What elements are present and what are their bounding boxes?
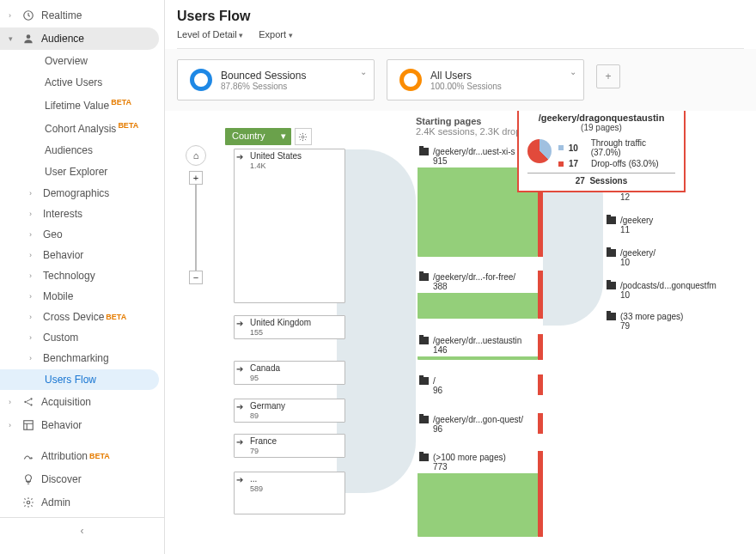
lightbulb-icon xyxy=(22,473,34,485)
page-node[interactable]: (>100 more pages)773 xyxy=(418,451,538,473)
nav-admin[interactable]: Admin xyxy=(0,491,159,514)
all-users-card[interactable]: ⌄ All Users 100.00% Sessions xyxy=(387,59,584,100)
drop-bar xyxy=(538,413,543,434)
user-icon xyxy=(22,33,34,45)
arrow-icon: ➔ xyxy=(236,437,243,447)
dimension-dropdown[interactable]: Country xyxy=(225,128,291,145)
add-segment-button[interactable]: + xyxy=(596,64,620,88)
dimension-selector: Country xyxy=(225,128,312,145)
nav-label: Audience xyxy=(41,33,84,45)
svg-point-3 xyxy=(30,398,32,399)
gear-button[interactable] xyxy=(295,128,312,145)
sub-cross-device[interactable]: ›Cross Device BETA xyxy=(0,307,164,327)
chevron-right-icon: › xyxy=(29,189,38,198)
chevron-right-icon: › xyxy=(29,230,38,239)
nav-label: Discover xyxy=(41,473,82,485)
flow-canvas[interactable]: Starting pages 2.4K sessions, 2.3K drop-… xyxy=(165,111,756,554)
chevron-right-icon: › xyxy=(29,333,38,342)
page-node[interactable]: /geekery11 xyxy=(605,214,716,236)
sub-geo[interactable]: ›Geo xyxy=(0,224,164,245)
page-icon xyxy=(419,273,429,281)
card-title: All Users xyxy=(430,70,502,82)
svg-point-2 xyxy=(24,401,26,403)
svg-point-1 xyxy=(27,34,31,39)
nav-discover[interactable]: Discover xyxy=(0,468,159,490)
page-node[interactable]: (33 more pages)79 xyxy=(605,310,716,332)
zoom-track[interactable] xyxy=(195,185,197,271)
sub-users-flow[interactable]: Users Flow xyxy=(0,369,159,390)
sub-user-explorer[interactable]: User Explorer xyxy=(0,161,159,182)
sub-cohort-analysis[interactable]: Cohort AnalysisBETA xyxy=(0,117,159,139)
export-dropdown[interactable]: Export xyxy=(259,29,292,40)
arrow-icon: ➔ xyxy=(236,402,243,411)
sub-demographics[interactable]: ›Demographics xyxy=(0,183,164,204)
nav-audience[interactable]: ▾ Audience xyxy=(0,27,159,50)
nav-behavior[interactable]: › Behavior xyxy=(0,414,159,436)
page-title: Users Flow xyxy=(177,9,744,24)
arrow-icon: ➔ xyxy=(236,152,243,161)
chevron-right-icon: › xyxy=(9,421,17,429)
attribution-icon xyxy=(22,450,34,462)
chevron-down-icon[interactable]: ⌄ xyxy=(360,67,367,76)
zoom-out-button[interactable]: − xyxy=(189,271,203,284)
country-node[interactable]: ➔ United Kingdom 155 xyxy=(234,315,345,339)
legend-dot xyxy=(558,161,564,167)
chevron-right-icon: › xyxy=(29,271,38,280)
header: Users Flow Level of Detail Export xyxy=(165,0,756,49)
page-node[interactable]: /geekery/10 xyxy=(605,247,716,269)
home-button[interactable]: ⌂ xyxy=(186,145,206,166)
card-title: Bounced Sessions xyxy=(221,70,306,82)
nav-acquisition[interactable]: › Acquisition xyxy=(0,391,159,413)
arrow-icon: ➔ xyxy=(236,319,243,328)
page-node[interactable]: /geekery/dr...gon-quest/96 xyxy=(418,413,538,435)
bounced-sessions-card[interactable]: ⌄ Bounced Sessions 87.86% Sessions xyxy=(177,59,375,100)
tooltip-subtitle: (19 pages) xyxy=(527,123,675,132)
main: Users Flow Level of Detail Export ⌄ Boun… xyxy=(165,0,756,554)
sub-custom[interactable]: ›Custom xyxy=(0,327,164,348)
sub-behavior[interactable]: ›Behavior xyxy=(0,245,164,265)
nav-attribution[interactable]: Attribution BETA xyxy=(0,445,159,467)
chevron-down-icon[interactable]: ⌄ xyxy=(570,67,576,76)
country-node[interactable]: ➔ Canada 95 xyxy=(234,361,345,385)
country-node[interactable]: ➔ France 79 xyxy=(234,434,345,458)
page-icon xyxy=(607,216,616,224)
level-of-detail-dropdown[interactable]: Level of Detail xyxy=(177,29,243,40)
page-node[interactable]: /geekery/dr...uestaustin146 xyxy=(418,334,538,356)
clock-icon xyxy=(22,9,34,21)
collapse-sidebar[interactable]: ‹ xyxy=(0,517,164,544)
country-node[interactable]: ➔ ... 589 xyxy=(234,472,345,514)
sub-benchmarking[interactable]: ›Benchmarking xyxy=(0,348,164,368)
page-node[interactable]: /podcasts/d...gonquestfm10 xyxy=(605,279,716,301)
country-node[interactable]: ➔ United States 1.4K xyxy=(234,149,345,303)
drop-bar xyxy=(538,374,543,395)
page-icon xyxy=(419,337,429,344)
sub-interests[interactable]: ›Interests xyxy=(0,204,164,224)
chevron-right-icon: › xyxy=(29,313,38,321)
sub-audiences[interactable]: Audiences xyxy=(0,140,159,161)
audience-subnav: Overview Active Users Lifetime ValueBETA… xyxy=(0,51,164,390)
sub-active-users[interactable]: Active Users xyxy=(0,72,159,93)
nav-realtime[interactable]: › Realtime xyxy=(0,4,159,27)
page-icon xyxy=(419,148,429,155)
sub-lifetime-value[interactable]: Lifetime ValueBETA xyxy=(0,94,159,116)
donut-icon xyxy=(399,69,422,91)
arrow-icon: ➔ xyxy=(236,364,243,374)
sub-mobile[interactable]: ›Mobile xyxy=(0,286,164,307)
segment-cards: ⌄ Bounced Sessions 87.86% Sessions ⌄ All… xyxy=(165,49,756,111)
sub-technology[interactable]: ›Technology xyxy=(0,265,164,286)
tooltip-title: /geekery/dragonquestaustin xyxy=(527,113,675,123)
flow-link xyxy=(337,149,416,493)
country-node[interactable]: ➔ Germany 89 xyxy=(234,399,345,423)
chevron-right-icon: › xyxy=(29,354,38,362)
page-node[interactable]: /geekery/dr...-for-free/388 xyxy=(418,271,538,293)
page-node[interactable]: /96 xyxy=(418,374,538,397)
svg-point-7 xyxy=(27,501,30,504)
page-icon xyxy=(419,416,429,423)
card-subtitle: 87.86% Sessions xyxy=(221,82,306,91)
beta-badge: BETA xyxy=(89,452,110,460)
svg-rect-5 xyxy=(24,421,34,430)
chevron-right-icon: › xyxy=(29,251,38,259)
zoom-in-button[interactable]: + xyxy=(189,171,203,185)
sub-overview[interactable]: Overview xyxy=(0,51,159,71)
chevron-right-icon: › xyxy=(29,292,38,301)
